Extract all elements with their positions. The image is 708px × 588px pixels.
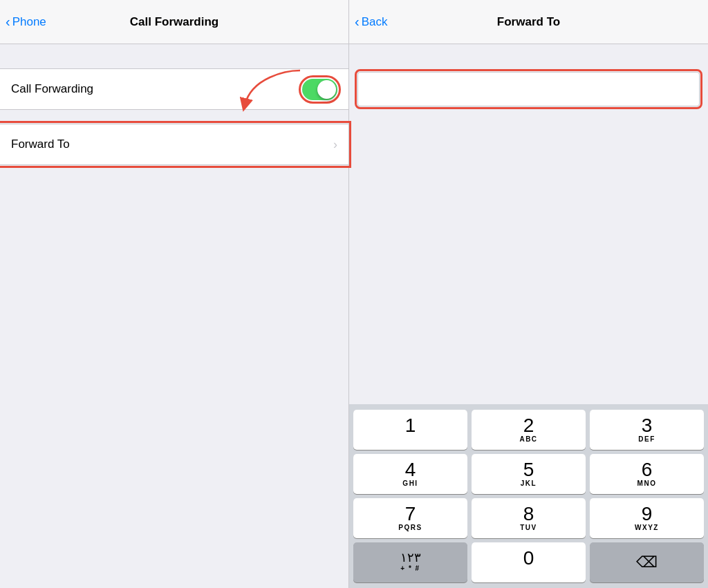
spacer xyxy=(349,106,708,404)
key-1-main: 1 xyxy=(405,415,416,437)
call-forwarding-row: Call Forwarding xyxy=(0,68,348,110)
phone-number-input[interactable] xyxy=(365,82,692,96)
key-5[interactable]: 5 JKL xyxy=(472,454,586,494)
key-3[interactable]: 3 DEF xyxy=(590,410,704,450)
key-2[interactable]: 2 ABC xyxy=(472,410,586,450)
key-8-sub: TUV xyxy=(520,524,537,533)
key-3-sub: DEF xyxy=(638,436,655,444)
settings-group: Call Forwarding Forward To › xyxy=(0,68,348,165)
key-7-sub: PQRS xyxy=(398,524,422,533)
key-delete[interactable]: ⌫ xyxy=(590,542,704,582)
left-panel: ‹ Phone Call Forwarding Call Forwarding xyxy=(0,0,349,588)
back-label: Phone xyxy=(12,15,46,29)
key-4[interactable]: 4 GHI xyxy=(353,454,467,494)
key-symbols-main: ۱۲۳ xyxy=(400,551,421,565)
chevron-right-icon: › xyxy=(333,137,337,152)
back-chevron-icon: ‹ xyxy=(6,14,10,30)
forward-to-row[interactable]: Forward To › xyxy=(0,124,348,165)
key-0-main: 0 xyxy=(523,548,534,569)
key-0[interactable]: 0 xyxy=(472,542,586,582)
back-label: Back xyxy=(362,15,388,29)
key-5-main: 5 xyxy=(523,459,534,481)
toggle-knob xyxy=(317,80,336,99)
key-1[interactable]: 1 xyxy=(353,410,467,450)
key-2-main: 2 xyxy=(523,415,534,437)
key-3-main: 3 xyxy=(642,415,653,437)
key-6-main: 6 xyxy=(642,459,653,481)
left-nav-title: Call Forwarding xyxy=(130,15,218,29)
keypad-grid: 1 2 ABC 3 DEF 4 GHI 5 JKL 6 MNO xyxy=(353,410,704,582)
forward-to-label: Forward To xyxy=(11,137,70,151)
call-forwarding-label: Call Forwarding xyxy=(11,82,93,96)
right-nav-bar: ‹ Back Forward To xyxy=(349,0,708,44)
arrow-annotation xyxy=(231,64,314,119)
phone-number-input-container[interactable] xyxy=(357,72,700,106)
key-4-main: 4 xyxy=(405,459,416,481)
delete-icon: ⌫ xyxy=(636,554,658,571)
left-nav-bar: ‹ Phone Call Forwarding xyxy=(0,0,348,44)
back-button[interactable]: ‹ Back xyxy=(355,14,387,30)
key-9-main: 9 xyxy=(642,504,653,525)
back-chevron-icon: ‹ xyxy=(355,14,360,30)
phone-back-button[interactable]: ‹ Phone xyxy=(6,14,46,30)
key-9[interactable]: 9 WXYZ xyxy=(590,498,704,538)
key-9-sub: WXYZ xyxy=(635,524,659,533)
key-7[interactable]: 7 PQRS xyxy=(353,498,467,538)
key-8-main: 8 xyxy=(523,504,534,525)
key-symbols[interactable]: ۱۲۳ + * # xyxy=(353,542,467,582)
call-forwarding-toggle[interactable] xyxy=(302,79,337,100)
key-8[interactable]: 8 TUV xyxy=(472,498,586,538)
key-4-sub: GHI xyxy=(402,480,418,489)
key-2-sub: ABC xyxy=(519,436,537,444)
key-6[interactable]: 6 MNO xyxy=(590,454,704,494)
right-nav-title: Forward To xyxy=(497,15,560,29)
key-5-sub: JKL xyxy=(521,480,537,489)
key-6-sub: MNO xyxy=(637,480,657,489)
key-7-main: 7 xyxy=(405,504,416,525)
key-symbols-sub: + * # xyxy=(400,565,420,573)
right-panel: ‹ Back Forward To 1 2 ABC 3 DEF xyxy=(349,0,708,588)
keypad-container: 1 2 ABC 3 DEF 4 GHI 5 JKL 6 MNO xyxy=(349,404,708,588)
